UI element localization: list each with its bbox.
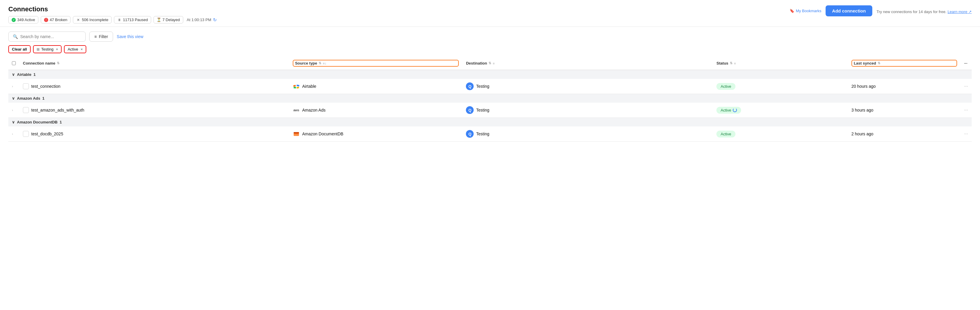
more-columns-icon[interactable]: ··· bbox=[964, 61, 967, 65]
check-icon: ✓ bbox=[11, 18, 16, 22]
group-amazon-documentdb-count: 1 bbox=[60, 120, 62, 124]
th-source-type-label: Source type bbox=[295, 61, 317, 65]
connection-name-airtable: test_connection bbox=[31, 84, 60, 89]
bookmarks-label: My Bookmarks bbox=[796, 9, 821, 13]
dest-avatar-amazon-ads: Q bbox=[466, 106, 474, 114]
save-view-button[interactable]: Save this view bbox=[117, 34, 143, 39]
row-dest-amazon-ads: Q Testing bbox=[462, 103, 713, 118]
aws-logo: aws bbox=[293, 107, 300, 114]
connection-name-sort-icon[interactable]: ⇅ bbox=[57, 61, 59, 65]
table-row: › test_connection bbox=[8, 79, 972, 94]
group-airtable-name: Airtable bbox=[17, 72, 31, 77]
header-left: Connections ✓ 349 Active ! 47 Broken ✕ 5… bbox=[8, 5, 217, 24]
filter-tag-testing-close[interactable]: × bbox=[56, 47, 58, 51]
group-airtable-count: 1 bbox=[33, 72, 35, 77]
destination-sort-icon[interactable]: ⇅ bbox=[488, 61, 491, 65]
row-dest-docdb: Q Testing bbox=[462, 126, 713, 141]
header: Connections ✓ 349 Active ! 47 Broken ✕ 5… bbox=[0, 0, 980, 27]
dest-avatar-docdb: Q bbox=[466, 130, 474, 138]
svg-point-6 bbox=[294, 133, 299, 134]
row-source-amazon-ads: aws Amazon Ads bbox=[289, 103, 463, 118]
row-source-airtable: Airtable bbox=[289, 79, 463, 94]
status-badge-docdb: Active bbox=[716, 130, 735, 137]
row-checkbox-airtable-check[interactable] bbox=[23, 83, 29, 89]
pause-icon: ⏸ bbox=[117, 18, 121, 22]
row-checkbox-docdb: test_docdb_2025 bbox=[19, 126, 289, 141]
group-amazon-documentdb: ∨ Amazon DocumentDB 1 bbox=[8, 118, 972, 127]
th-connection-name-label: Connection name bbox=[23, 61, 55, 65]
row-status-amazon-ads: Active bbox=[713, 103, 848, 118]
filter-button[interactable]: ≡ Filter bbox=[89, 32, 113, 42]
row-checkbox-docdb-check[interactable] bbox=[23, 131, 29, 137]
filter-tag-testing: ⊞ Testing × bbox=[33, 45, 62, 53]
group-airtable-chevron[interactable]: ∨ bbox=[12, 72, 15, 77]
spinner-icon bbox=[733, 108, 737, 112]
table-body: ∨ Airtable 1 › test_connection bbox=[8, 70, 972, 141]
dest-name-docdb: Testing bbox=[476, 132, 489, 136]
more-button-docdb[interactable]: ··· bbox=[964, 131, 968, 137]
status-badge-amazon-ads: Active bbox=[716, 107, 741, 114]
group-airtable: ∨ Airtable 1 bbox=[8, 70, 972, 79]
source-type-sort-icon[interactable]: ⇅ bbox=[319, 61, 321, 65]
badge-active[interactable]: ✓ 349 Active bbox=[8, 16, 38, 24]
exclamation-icon: ! bbox=[44, 18, 48, 22]
th-status: Status ⇅ ≡ bbox=[713, 57, 848, 70]
bookmarks-link[interactable]: 🔖 My Bookmarks bbox=[790, 9, 821, 13]
row-checkbox-amazon-ads-check[interactable] bbox=[23, 107, 29, 113]
badge-broken[interactable]: ! 47 Broken bbox=[41, 16, 70, 24]
th-checkbox bbox=[8, 57, 19, 70]
status-sort-icon[interactable]: ⇅ bbox=[730, 61, 732, 65]
svg-rect-1 bbox=[296, 84, 299, 86]
filter-tag-active-label: Active bbox=[68, 47, 78, 51]
header-right: 🔖 My Bookmarks Add connection Try new co… bbox=[790, 5, 972, 18]
x-icon: ✕ bbox=[76, 18, 80, 22]
filter-tag-testing-label: Testing bbox=[41, 47, 54, 51]
timestamp-text: At 1:00:13 PM bbox=[187, 17, 211, 22]
source-type-filter-icon[interactable]: ≡↕ bbox=[323, 62, 326, 65]
row-more-airtable[interactable]: ··· bbox=[961, 79, 972, 94]
clear-all-button[interactable]: Clear all bbox=[8, 45, 31, 53]
svg-rect-2 bbox=[293, 87, 296, 89]
destination-filter-icon[interactable]: ≡ bbox=[493, 62, 495, 65]
th-last-synced-label: Last synced bbox=[854, 61, 876, 65]
badge-paused[interactable]: ⏸ 11713 Paused bbox=[114, 16, 151, 24]
row-more-docdb[interactable]: ··· bbox=[961, 126, 972, 141]
filter-tag-active-close[interactable]: × bbox=[81, 47, 83, 51]
filter-label: Filter bbox=[99, 34, 108, 39]
row-more-amazon-ads[interactable]: ··· bbox=[961, 103, 972, 118]
header-right-top: 🔖 My Bookmarks Add connection bbox=[790, 5, 872, 16]
group-amazon-ads: ∨ Amazon Ads 1 bbox=[8, 94, 972, 103]
more-button-amazon-ads[interactable]: ··· bbox=[964, 107, 968, 113]
row-expand-docdb[interactable]: › bbox=[8, 126, 19, 141]
learn-more-link[interactable]: Learn more ↗ bbox=[948, 10, 972, 14]
group-amazon-documentdb-name: Amazon DocumentDB bbox=[17, 120, 58, 124]
page-container: Connections ✓ 349 Active ! 47 Broken ✕ 5… bbox=[0, 0, 980, 310]
last-synced-sort-icon[interactable]: ⇅ bbox=[878, 61, 880, 65]
badge-incomplete[interactable]: ✕ 506 Incomplete bbox=[73, 16, 111, 24]
group-amazon-documentdb-chevron[interactable]: ∨ bbox=[12, 120, 15, 124]
badge-delayed[interactable]: ⏳ 7 Delayed bbox=[154, 16, 183, 24]
svg-rect-0 bbox=[293, 85, 296, 87]
more-button-airtable[interactable]: ··· bbox=[964, 84, 968, 89]
connection-name-docdb: test_docdb_2025 bbox=[31, 132, 63, 136]
add-connection-button[interactable]: Add connection bbox=[826, 5, 872, 16]
row-last-synced-amazon-ads: 3 hours ago bbox=[848, 103, 961, 118]
th-destination: Destination ⇅ ≡ bbox=[462, 57, 713, 70]
source-name-amazon-ads: Amazon Ads bbox=[302, 108, 326, 113]
th-last-synced: Last synced ⇅ bbox=[848, 57, 961, 70]
select-all-checkbox[interactable] bbox=[12, 61, 16, 65]
search-input[interactable] bbox=[20, 34, 81, 39]
th-source-type: Source type ⇅ ≡↕ bbox=[289, 57, 463, 70]
learn-more-text: Learn more bbox=[948, 10, 967, 14]
row-expand-amazon-ads[interactable]: › bbox=[8, 103, 19, 118]
promo-content: Try new connections for 14 days for free… bbox=[877, 10, 947, 14]
promo-text: Try new connections for 14 days for free… bbox=[877, 10, 972, 14]
status-filter-icon[interactable]: ≡ bbox=[734, 62, 736, 65]
row-expand-airtable[interactable]: › bbox=[8, 79, 19, 94]
group-amazon-ads-chevron[interactable]: ∨ bbox=[12, 96, 15, 100]
badge-incomplete-text: 506 Incomplete bbox=[82, 17, 108, 22]
timestamp: At 1:00:13 PM ↻ bbox=[187, 17, 217, 22]
refresh-icon[interactable]: ↻ bbox=[213, 17, 217, 22]
row-last-synced-docdb: 2 hours ago bbox=[848, 126, 961, 141]
filter-icon: ≡ bbox=[94, 34, 97, 39]
